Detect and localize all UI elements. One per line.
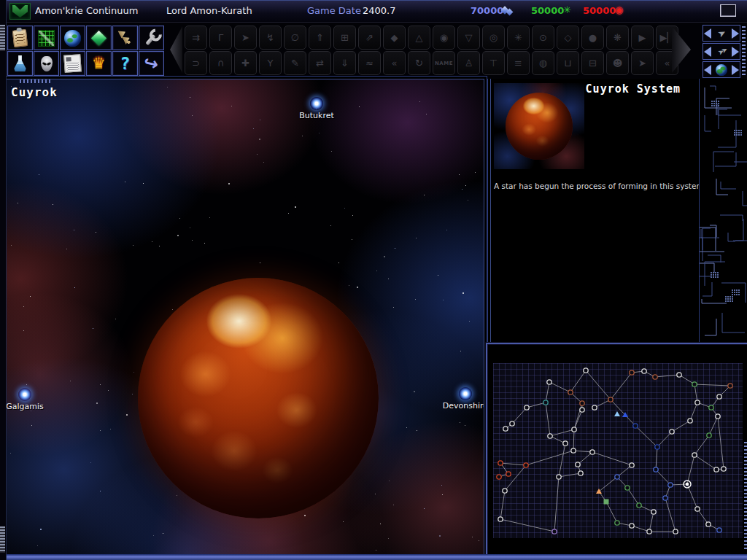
recover-units-button[interactable]: ◆ bbox=[383, 26, 406, 50]
planet-selector-prev-arrow[interactable] bbox=[704, 65, 711, 75]
galaxy-node[interactable] bbox=[563, 441, 568, 446]
wormhole-button[interactable]: ❋ bbox=[606, 26, 629, 50]
galaxy-node[interactable] bbox=[653, 375, 657, 379]
design-edit-button[interactable]: ✎ bbox=[284, 51, 306, 75]
unload-button[interactable]: ⇓ bbox=[333, 51, 356, 75]
end-turn-button[interactable]: ↪ bbox=[139, 51, 164, 76]
repair-button[interactable]: Y bbox=[259, 51, 282, 75]
galaxy-node[interactable] bbox=[615, 521, 619, 525]
galaxy-node[interactable] bbox=[630, 370, 634, 375]
galaxy-node[interactable] bbox=[717, 394, 721, 399]
galaxy-node[interactable] bbox=[625, 486, 630, 490]
galaxy-node[interactable] bbox=[506, 472, 511, 476]
research-button[interactable] bbox=[7, 51, 33, 76]
colonize-button[interactable]: ♙ bbox=[457, 51, 480, 75]
galaxy-node[interactable] bbox=[498, 517, 503, 521]
galaxy-node[interactable] bbox=[503, 427, 508, 431]
load-cargo-button[interactable]: ⇑ bbox=[309, 26, 331, 50]
intelligence-button[interactable] bbox=[34, 51, 59, 76]
galaxy-node[interactable] bbox=[584, 368, 588, 373]
mine-layer-button[interactable]: ⊤ bbox=[482, 51, 505, 75]
galaxy-node[interactable] bbox=[688, 419, 692, 423]
planets-button[interactable] bbox=[60, 26, 85, 50]
transfer-button[interactable]: ⇄ bbox=[309, 51, 331, 75]
empires-button[interactable]: ♛ bbox=[86, 51, 112, 76]
galaxy-node[interactable] bbox=[655, 445, 659, 449]
orbit-button[interactable]: ↻ bbox=[408, 51, 430, 75]
fleets-button[interactable] bbox=[112, 26, 138, 50]
system-view[interactable]: ButukretGalgamisDevonshire Cuyrok bbox=[6, 79, 484, 556]
cargo-pods-button[interactable]: ⊔ bbox=[557, 51, 579, 75]
galaxy-node[interactable] bbox=[642, 369, 646, 373]
regroup-button[interactable]: « bbox=[383, 51, 406, 75]
galaxy-node[interactable] bbox=[651, 510, 656, 514]
galaxy-node[interactable] bbox=[524, 463, 528, 467]
supply-button[interactable]: ⊟ bbox=[581, 51, 604, 75]
galaxy-node[interactable] bbox=[497, 475, 501, 479]
galaxy-node[interactable] bbox=[557, 475, 561, 479]
star-devonshire[interactable] bbox=[459, 387, 472, 400]
galaxy-node[interactable] bbox=[695, 400, 700, 405]
galaxy-node[interactable] bbox=[576, 462, 580, 467]
galaxy-node[interactable] bbox=[604, 499, 609, 505]
join-fleet-button[interactable]: ✚ bbox=[234, 51, 257, 75]
galaxy-node[interactable] bbox=[552, 529, 557, 534]
grab-button[interactable]: ⊃ bbox=[185, 51, 207, 75]
galaxy-node[interactable] bbox=[525, 405, 529, 410]
ship-selector-prev-arrow[interactable] bbox=[704, 28, 711, 39]
galaxy-node[interactable] bbox=[498, 461, 503, 465]
galaxy-node[interactable] bbox=[548, 434, 552, 438]
galaxy-node[interactable] bbox=[547, 380, 551, 384]
recycle-button[interactable]: ▽ bbox=[457, 26, 480, 50]
stack-button[interactable]: ≡ bbox=[507, 51, 530, 75]
resume-button[interactable]: ▶ bbox=[631, 26, 654, 50]
galaxy-node[interactable] bbox=[503, 489, 507, 493]
fleet-selector-prev-arrow[interactable] bbox=[704, 47, 711, 57]
ship-button[interactable]: ➤ bbox=[631, 51, 654, 75]
construction-queues-button[interactable] bbox=[34, 26, 59, 50]
planet-selector-next-arrow[interactable] bbox=[732, 65, 739, 75]
galaxy-node[interactable] bbox=[633, 424, 638, 428]
galaxy-node[interactable] bbox=[572, 427, 576, 432]
help-button[interactable]: ? bbox=[112, 51, 138, 76]
ship-marker[interactable] bbox=[614, 411, 620, 416]
fleet-selector-next-arrow[interactable] bbox=[732, 47, 739, 57]
minimize-button[interactable] bbox=[720, 4, 736, 17]
station-button[interactable]: ◍ bbox=[532, 51, 554, 75]
launch-units-button[interactable]: ⇗ bbox=[358, 26, 381, 50]
galaxy-node[interactable] bbox=[580, 408, 584, 412]
crew-button[interactable]: ☻ bbox=[606, 51, 629, 75]
forming-star[interactable] bbox=[138, 278, 379, 518]
galaxy-node[interactable] bbox=[707, 433, 711, 438]
vehicle-design-button[interactable] bbox=[139, 26, 164, 50]
galaxy-node[interactable] bbox=[728, 384, 732, 388]
galaxy-node[interactable] bbox=[580, 401, 584, 405]
galaxy-node[interactable] bbox=[706, 522, 711, 526]
news-button[interactable] bbox=[60, 51, 85, 76]
galaxy-map[interactable] bbox=[489, 344, 747, 553]
galaxy-node[interactable] bbox=[647, 529, 651, 534]
galaxy-node[interactable] bbox=[568, 390, 573, 394]
galaxy-node[interactable] bbox=[615, 475, 619, 479]
moons-button[interactable]: ◉ bbox=[433, 26, 455, 50]
log-button[interactable] bbox=[7, 26, 33, 50]
colonies-button[interactable] bbox=[86, 26, 112, 50]
galaxy-node[interactable] bbox=[578, 471, 583, 475]
ring-button[interactable]: ⊙ bbox=[532, 26, 554, 50]
asteroid-button[interactable]: ● bbox=[581, 26, 604, 50]
rename-button[interactable]: NAME bbox=[433, 51, 455, 75]
galaxy-node[interactable] bbox=[590, 450, 595, 454]
shield-dome-button[interactable]: ∩ bbox=[209, 51, 232, 75]
galaxy-node[interactable] bbox=[692, 382, 697, 386]
galaxy-node[interactable] bbox=[716, 414, 720, 419]
attack-button[interactable]: ↯ bbox=[259, 26, 282, 50]
galaxy-node[interactable] bbox=[630, 463, 634, 467]
galaxy-node[interactable] bbox=[673, 529, 678, 534]
galaxy-node[interactable] bbox=[571, 448, 576, 453]
sentry-button[interactable]: ◎ bbox=[482, 26, 505, 50]
galaxy-node[interactable] bbox=[692, 453, 697, 457]
galaxy-node[interactable] bbox=[510, 421, 514, 426]
galaxy-node[interactable] bbox=[717, 528, 721, 532]
movement-button[interactable]: ⇉ bbox=[185, 26, 207, 50]
ship-selector-next-arrow[interactable] bbox=[732, 28, 739, 39]
